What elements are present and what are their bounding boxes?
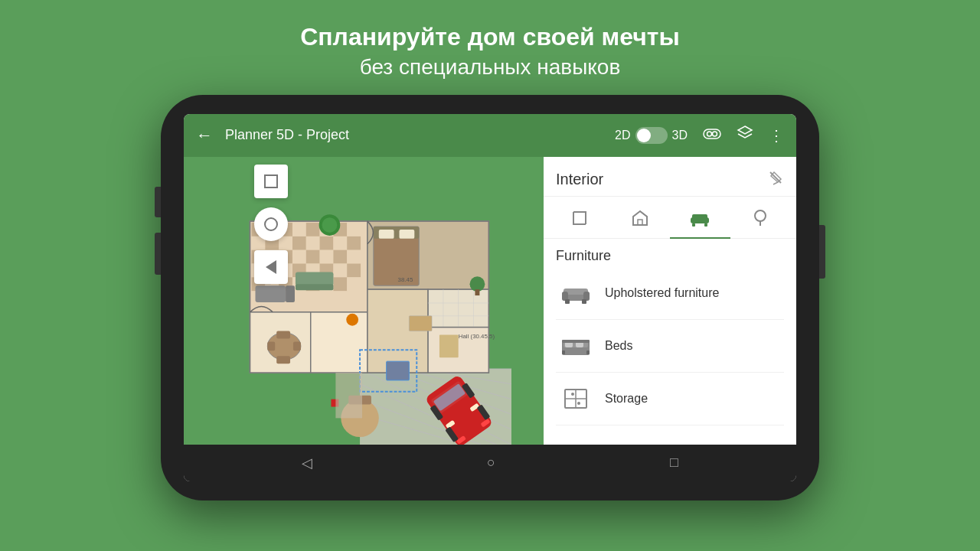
tab-furniture[interactable] (670, 203, 730, 238)
svg-marker-4 (738, 126, 752, 134)
svg-rect-114 (692, 214, 707, 219)
room-tab-icon (570, 209, 589, 232)
circle-shape-button[interactable] (254, 207, 288, 241)
bottom-nav-bar: ◁ ○ □ (184, 445, 796, 481)
furniture-section: Furniture (544, 239, 796, 445)
vr-icon[interactable] (703, 126, 721, 144)
more-icon[interactable]: ⋮ (769, 126, 784, 145)
svg-rect-44 (333, 236, 347, 250)
svg-rect-116 (704, 223, 707, 227)
app-title: Planner 5D - Project (225, 127, 615, 143)
svg-rect-50 (306, 250, 320, 264)
svg-rect-82 (379, 230, 394, 239)
svg-rect-112 (638, 220, 642, 225)
nav-recents-button[interactable]: □ (670, 455, 678, 471)
svg-rect-51 (320, 250, 334, 264)
svg-rect-71 (286, 285, 295, 302)
tab-nature[interactable] (730, 203, 791, 238)
svg-rect-60 (333, 264, 347, 278)
square-icon (264, 174, 278, 188)
furniture-item-beds[interactable]: Beds (556, 320, 784, 373)
svg-rect-52 (333, 250, 347, 264)
svg-point-104 (322, 217, 338, 233)
svg-rect-85 (475, 289, 479, 295)
storage-label: Storage (605, 392, 648, 406)
volume-up-button[interactable] (155, 187, 161, 217)
svg-point-117 (755, 210, 766, 221)
svg-rect-41 (292, 236, 306, 250)
svg-rect-79 (276, 356, 290, 364)
app-bar-actions: 2D 3D (615, 125, 784, 145)
headline-line2: без специальных навыков (300, 54, 680, 81)
power-button[interactable] (819, 225, 825, 279)
floating-shapes (254, 165, 288, 284)
svg-rect-129 (562, 350, 565, 354)
volume-down-button[interactable] (155, 233, 161, 275)
svg-rect-33 (292, 223, 306, 236)
svg-text:38.45: 38.45 (398, 276, 413, 283)
nav-home-button[interactable]: ○ (487, 455, 495, 471)
svg-rect-74 (296, 284, 333, 290)
bed-icon (559, 329, 593, 363)
svg-rect-53 (347, 250, 361, 264)
svg-rect-124 (582, 299, 586, 304)
svg-rect-49 (292, 250, 306, 264)
furniture-item-upholstered[interactable]: Upholstered furniture (556, 267, 784, 320)
svg-rect-76 (267, 341, 275, 350)
pin-icon[interactable] (767, 169, 784, 190)
svg-rect-20 (311, 312, 368, 373)
svg-rect-115 (692, 223, 695, 227)
2d-label: 2D (615, 129, 630, 142)
furniture-section-title: Furniture (556, 248, 784, 264)
rectangle-shape-button[interactable] (254, 165, 288, 198)
floor-plan[interactable]: 38.45 Hall (30.45.5) (184, 157, 544, 445)
back-triangle-icon (266, 260, 276, 274)
svg-line-111 (773, 182, 778, 184)
tab-room[interactable] (550, 203, 610, 238)
svg-rect-130 (586, 350, 590, 354)
svg-rect-78 (276, 331, 290, 339)
tab-house[interactable] (610, 203, 671, 238)
house-tab-icon (631, 209, 649, 232)
svg-text:Hall (30.45.5): Hall (30.45.5) (459, 333, 495, 340)
panel-header: Interior (544, 157, 796, 197)
view-toggle[interactable]: 2D 3D (615, 127, 688, 144)
main-content: 38.45 Hall (30.45.5) (184, 157, 796, 445)
svg-rect-70 (256, 285, 286, 302)
sofa-icon (559, 276, 593, 310)
svg-point-2 (713, 132, 717, 136)
furniture-item-storage[interactable]: Storage (556, 373, 784, 425)
app-bar: ← Planner 5D - Project 2D 3D (184, 114, 796, 157)
svg-rect-77 (293, 341, 301, 350)
beds-label: Beds (605, 339, 632, 353)
svg-point-105 (346, 314, 358, 326)
nav-back-button[interactable]: ◁ (302, 455, 312, 471)
back-shape-button[interactable] (254, 250, 288, 284)
toggle-knob (637, 129, 651, 142)
phone-screen: ← Planner 5D - Project 2D 3D (184, 114, 796, 481)
svg-rect-83 (400, 230, 415, 239)
svg-point-136 (577, 402, 580, 405)
category-tabs (544, 197, 796, 239)
svg-rect-37 (347, 223, 361, 236)
back-button[interactable]: ← (196, 126, 213, 145)
svg-rect-89 (387, 361, 410, 380)
storage-icon (559, 382, 593, 416)
headline: Спланируйте дом своей мечты без специаль… (300, 21, 680, 81)
3d-label: 3D (672, 129, 688, 142)
svg-rect-73 (296, 272, 333, 285)
toggle-switch[interactable] (635, 127, 668, 144)
layers-icon[interactable] (737, 125, 753, 145)
svg-rect-109 (335, 373, 362, 418)
phone-frame: ← Planner 5D - Project 2D 3D (161, 95, 819, 500)
svg-rect-61 (347, 264, 361, 278)
svg-rect-43 (320, 236, 334, 250)
svg-point-1 (707, 132, 712, 136)
svg-rect-68 (333, 277, 347, 291)
furniture-tab-icon (689, 210, 710, 231)
upholstered-label: Upholstered furniture (605, 286, 719, 300)
svg-rect-87 (439, 335, 459, 358)
svg-rect-69 (347, 277, 361, 291)
svg-point-135 (571, 393, 574, 396)
headline-line1: Спланируйте дом своей мечты (300, 21, 680, 54)
